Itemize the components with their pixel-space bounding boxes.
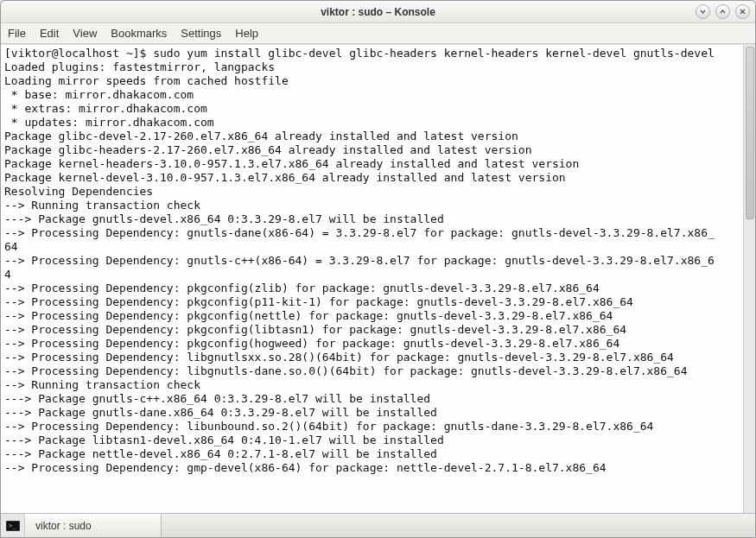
konsole-window: viktor : sudo – Konsole File Edit View B… [0,0,756,538]
maximize-button[interactable] [715,4,730,19]
titlebar[interactable]: viktor : sudo – Konsole [1,1,755,23]
menu-bookmarks[interactable]: Bookmarks [111,27,167,40]
window-controls [696,4,750,19]
scrollbar-thumb[interactable] [746,47,754,219]
window-title: viktor : sudo – Konsole [321,6,435,18]
menubar: File Edit View Bookmarks Settings Help [1,23,755,44]
terminal-output[interactable]: [viktor@localhost ~]$ sudo yum install g… [1,45,743,513]
close-button[interactable] [735,4,750,19]
menu-edit[interactable]: Edit [40,27,59,40]
minimize-button[interactable] [696,4,710,19]
menu-help[interactable]: Help [235,27,258,40]
taskbar-app-icon[interactable]: >_ [1,514,25,537]
scrollbar[interactable] [743,45,755,513]
taskbar-tab-label: viktor : sudo [35,520,92,532]
menu-view[interactable]: View [73,27,97,40]
taskbar: >_ viktor : sudo [1,513,755,537]
svg-text:>_: >_ [9,522,16,529]
menu-file[interactable]: File [8,27,26,40]
terminal-area: [viktor@localhost ~]$ sudo yum install g… [1,44,755,513]
taskbar-tab[interactable]: viktor : sudo [25,514,162,537]
menu-settings[interactable]: Settings [181,27,221,40]
